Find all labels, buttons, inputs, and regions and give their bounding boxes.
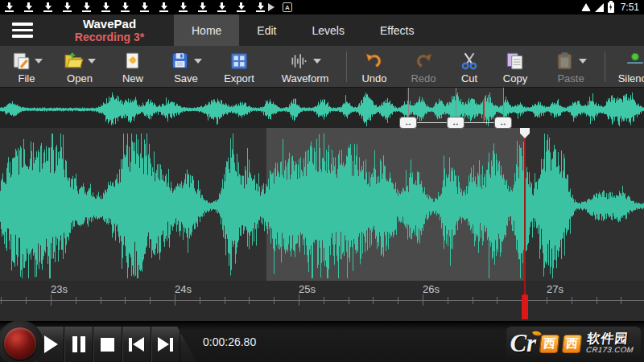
ruler-tick	[621, 297, 621, 304]
transport-bar: 0:00:26.80 Cr 西 西 软件园 CR173.COM	[0, 321, 644, 362]
stop-icon	[101, 338, 114, 352]
undo-button[interactable]: Undo	[349, 48, 400, 87]
wifi-icon	[581, 3, 591, 11]
ruler-tick	[150, 297, 151, 304]
ruler-line	[0, 300, 644, 301]
download-icon	[63, 2, 72, 12]
tab-levels[interactable]: Levels	[294, 14, 361, 46]
toolbar-label: File	[19, 72, 35, 84]
selection-handle-1[interactable]: ↔	[399, 117, 417, 129]
toolbar-label: Copy	[503, 72, 527, 84]
stop-button[interactable]	[93, 327, 122, 362]
time-label: 25s	[299, 283, 316, 295]
overview-waveform[interactable]	[0, 88, 644, 128]
playhead-line	[524, 128, 526, 281]
toolbar-label: Save	[174, 72, 198, 84]
ruler-tick	[448, 297, 448, 304]
silence-button[interactable]: Silence	[607, 48, 644, 87]
open-button[interactable]: Open	[53, 48, 106, 87]
pause-button[interactable]	[64, 327, 93, 362]
chevron-down-icon[interactable]	[579, 59, 587, 64]
ruler-tick	[547, 297, 547, 304]
ruler-tick	[324, 297, 324, 304]
new-button[interactable]: New	[106, 48, 159, 87]
main-waveform-area[interactable]	[0, 128, 644, 281]
menu-icon[interactable]	[0, 14, 45, 46]
next-button[interactable]	[151, 327, 180, 362]
transport-buttons	[35, 327, 196, 362]
watermark-cr: Cr	[510, 329, 536, 358]
ribbon-tabs: HomeEditLevelsEffects	[174, 14, 432, 46]
download-icon	[121, 2, 130, 12]
waveform-button[interactable]: Waveform	[266, 48, 345, 87]
toolbar-label: Undo	[361, 72, 386, 84]
ruler-tick	[125, 297, 126, 304]
time-label: 26s	[423, 283, 440, 295]
chevron-down-icon[interactable]	[88, 59, 96, 64]
selection-handle-2[interactable]: ↔	[447, 117, 464, 129]
tab-effects[interactable]: Effects	[362, 14, 432, 46]
battery-charging-icon	[608, 2, 614, 13]
watermark-logo: Cr 西 西 软件园 CR173.COM	[506, 327, 641, 360]
app-title: WavePad	[83, 17, 136, 31]
previous-icon	[129, 337, 144, 352]
watermark-site: CR173.COM	[586, 345, 634, 354]
time-label: 23s	[51, 283, 68, 295]
main-waveform[interactable]	[0, 128, 644, 281]
ruler-tick	[225, 297, 225, 304]
record-button[interactable]	[4, 327, 36, 360]
copy-button[interactable]: Copy	[492, 48, 539, 87]
ruler-tick	[76, 297, 76, 304]
ruler-tick	[373, 297, 374, 304]
download-icon	[140, 2, 149, 12]
ruler-tick	[1, 297, 2, 304]
download-icon	[179, 2, 188, 12]
app-header: WavePad Recording 3* HomeEditLevelsEffec…	[0, 14, 644, 46]
export-button[interactable]: Export	[213, 48, 266, 87]
cut-button[interactable]: Cut	[447, 48, 492, 87]
waveform-icon	[289, 51, 310, 72]
copy-icon	[505, 51, 526, 72]
save-button[interactable]: Save	[159, 48, 213, 87]
toolbar-label: Open	[67, 72, 93, 84]
overview-strip[interactable]: ↔↔↔	[0, 88, 644, 128]
toolbar: FileOpenNewSaveExportWaveformUndoRedoCut…	[0, 46, 644, 88]
title-block: WavePad Recording 3*	[45, 14, 174, 46]
download-icon	[5, 2, 14, 12]
ruler-tick	[349, 297, 349, 304]
ruler-tick	[597, 297, 597, 304]
download-icons	[5, 2, 265, 12]
pause-icon	[72, 336, 85, 352]
download-icon	[159, 2, 168, 12]
file-button[interactable]: File	[0, 48, 53, 87]
tab-edit[interactable]: Edit	[239, 14, 294, 46]
previous-button[interactable]	[122, 327, 151, 362]
letter-a-icon: A	[283, 2, 292, 12]
toolbar-label: Export	[224, 72, 254, 84]
document-title: Recording 3*	[75, 31, 144, 43]
download-icon	[198, 2, 207, 12]
playhead-ruler-bar[interactable]	[522, 294, 528, 319]
chevron-down-icon[interactable]	[313, 59, 321, 64]
next-icon	[158, 337, 173, 352]
download-icon	[256, 2, 265, 12]
paste-icon	[555, 51, 576, 72]
time-label: 27s	[547, 283, 564, 295]
toolbar-separator	[346, 51, 347, 82]
download-icon	[24, 2, 33, 12]
selection-handle-3[interactable]: ↔	[494, 117, 512, 129]
undo-icon	[364, 51, 385, 72]
ruler-tick	[101, 297, 101, 304]
download-icon	[217, 2, 226, 12]
toolbar-label: Cut	[461, 72, 477, 84]
download-icon	[101, 2, 110, 12]
tab-home[interactable]: Home	[174, 14, 239, 46]
chevron-down-icon[interactable]	[35, 59, 43, 64]
download-icon	[82, 2, 91, 12]
redo-icon	[413, 51, 434, 72]
ruler-tick	[572, 297, 572, 304]
chevron-down-icon[interactable]	[194, 59, 202, 64]
cut-icon	[459, 51, 480, 72]
play-icon	[44, 335, 58, 353]
redo-button: Redo	[400, 48, 447, 87]
